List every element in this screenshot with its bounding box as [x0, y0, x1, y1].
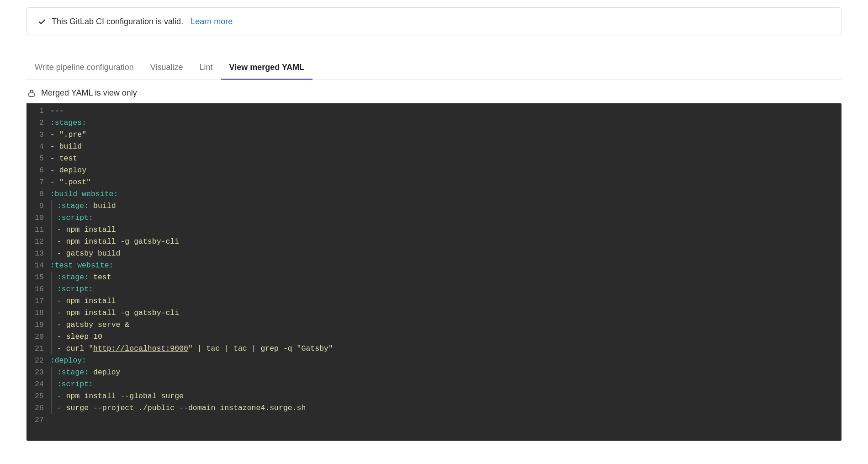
- code-line: - npm install --global surge: [50, 390, 842, 402]
- line-number: 17: [35, 295, 44, 307]
- code-line: :stage: test: [50, 272, 842, 283]
- code-line: :script:: [50, 283, 842, 295]
- line-number: 26: [35, 402, 44, 414]
- line-number-gutter: 1234567891011121314151617181920212223242…: [26, 103, 50, 428]
- line-number: 7: [35, 176, 44, 188]
- indent-guide: [51, 224, 52, 236]
- validation-message: This GitLab CI configuration is valid.: [52, 17, 183, 27]
- indent-guide: [51, 283, 52, 295]
- code-line: - deploy: [50, 165, 842, 176]
- indent-guide: [51, 200, 52, 212]
- indent-guide: [51, 390, 52, 402]
- code-line: - test: [50, 153, 842, 165]
- line-number: 4: [35, 141, 44, 153]
- learn-more-link[interactable]: Learn more: [191, 17, 233, 27]
- code-line: :stage: deploy: [50, 367, 842, 379]
- code-line: :build website:: [50, 188, 842, 200]
- line-number: 27: [35, 414, 44, 426]
- line-number: 24: [35, 379, 44, 390]
- line-number: 18: [35, 307, 44, 319]
- code-line: :deploy:: [50, 355, 842, 367]
- line-number: 15: [35, 272, 44, 283]
- line-number: 6: [35, 165, 44, 176]
- indent-guide: [51, 236, 52, 248]
- code-line: - gatsby build: [50, 248, 842, 260]
- code-line: - npm install: [50, 295, 842, 307]
- code-line: - npm install -g gatsby-cli: [50, 307, 842, 319]
- line-number: 5: [35, 153, 44, 165]
- code-editor: 1234567891011121314151617181920212223242…: [26, 103, 842, 441]
- tab-lint[interactable]: Lint: [191, 56, 221, 80]
- line-number: 22: [35, 355, 44, 367]
- lock-icon: [27, 89, 36, 97]
- line-number: 9: [35, 200, 44, 212]
- code-line: - ".post": [50, 176, 842, 188]
- indent-guide: [51, 367, 52, 379]
- view-only-text: Merged YAML is view only: [41, 88, 137, 98]
- code-line: - build: [50, 141, 842, 153]
- validation-banner: This GitLab CI configuration is valid. L…: [26, 7, 842, 36]
- indent-guide: [51, 248, 52, 260]
- code-line: - gatsby serve &: [50, 319, 842, 331]
- code-line: :stage: build: [50, 200, 842, 212]
- tabs-bar: Write pipeline configuration Visualize L…: [26, 56, 842, 80]
- code-line: - curl "http://localhost:9000" | tac | t…: [50, 343, 842, 355]
- tab-visualize[interactable]: Visualize: [142, 56, 191, 80]
- line-number: 23: [35, 367, 44, 379]
- code-line: - ".pre": [50, 129, 842, 141]
- code-line: :test website:: [50, 260, 842, 272]
- code-content: ---:stages:- ".pre"- build- test- deploy…: [50, 103, 842, 428]
- line-number: 20: [35, 331, 44, 343]
- line-number: 2: [35, 117, 44, 129]
- line-number: 1: [35, 105, 44, 117]
- line-number: 16: [35, 283, 44, 295]
- check-icon: [38, 18, 46, 26]
- code-line: - sleep 10: [50, 331, 842, 343]
- code-line: :script:: [50, 379, 842, 390]
- line-number: 11: [35, 224, 44, 236]
- indent-guide: [51, 402, 52, 414]
- line-number: 12: [35, 236, 44, 248]
- code-line: ---: [50, 105, 842, 117]
- indent-guide: [51, 272, 52, 283]
- line-number: 13: [35, 248, 44, 260]
- svg-rect-0: [29, 93, 34, 96]
- indent-guide: [51, 307, 52, 319]
- tab-view-merged-yaml[interactable]: View merged YAML: [221, 56, 313, 80]
- line-number: 8: [35, 188, 44, 200]
- code-line: :script:: [50, 212, 842, 224]
- line-number: 25: [35, 390, 44, 402]
- indent-guide: [51, 379, 52, 390]
- code-line: - npm install -g gatsby-cli: [50, 236, 842, 248]
- tab-write-pipeline[interactable]: Write pipeline configuration: [26, 56, 142, 80]
- indent-guide: [51, 343, 52, 355]
- code-line: - npm install: [50, 224, 842, 236]
- indent-guide: [51, 212, 52, 224]
- line-number: 21: [35, 343, 44, 355]
- code-line: [50, 414, 842, 426]
- indent-guide: [51, 295, 52, 307]
- indent-guide: [51, 319, 52, 331]
- view-only-notice: Merged YAML is view only: [26, 80, 842, 103]
- line-number: 10: [35, 212, 44, 224]
- line-number: 3: [35, 129, 44, 141]
- indent-guide: [51, 331, 52, 343]
- line-number: 14: [35, 260, 44, 272]
- code-line: - surge --project ./public --domain inst…: [50, 402, 842, 414]
- line-number: 19: [35, 319, 44, 331]
- code-line: :stages:: [50, 117, 842, 129]
